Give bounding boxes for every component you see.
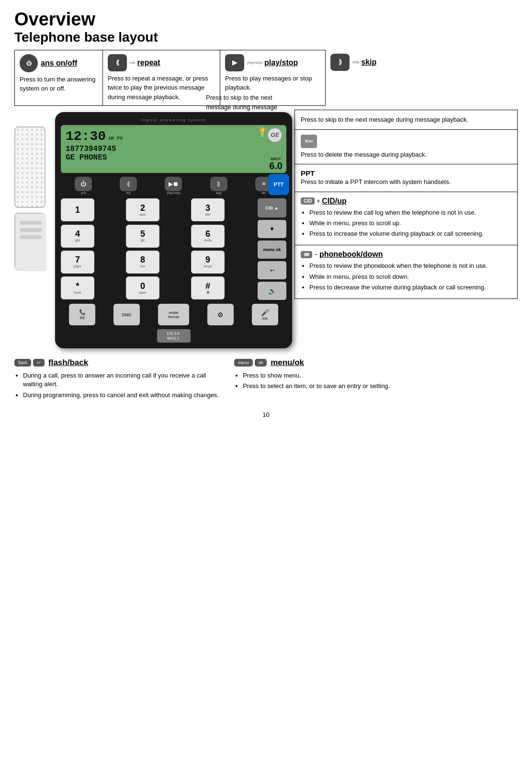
cid-bullet-2: While in menu, press to scroll up. <box>309 219 511 228</box>
skip-btn-icon[interactable]: ⟫ <box>210 177 227 191</box>
cid-bullet-3: Press to increase the volume during play… <box>309 229 511 238</box>
redial-format-button[interactable]: redial format <box>158 304 189 325</box>
screen-ampm: AM PM <box>108 136 123 141</box>
flash-badge: flash <box>14 359 31 367</box>
playstop-icon: ▶ <box>225 54 244 71</box>
skip-button[interactable]: ⟫ skip <box>210 177 227 195</box>
page-subtitle: Telephone base layout <box>14 30 518 45</box>
key-2[interactable]: 2abc <box>126 198 159 221</box>
rep-button[interactable]: ⟪ rep <box>120 177 137 195</box>
dnd-button[interactable]: DND <box>113 304 140 325</box>
int-button[interactable]: 📞 int <box>69 304 95 325</box>
screen-name: GE PHONES <box>66 153 282 162</box>
key-3[interactable]: 3def <box>191 198 225 221</box>
skip-header: ⟫ skip skip <box>330 54 513 71</box>
skip-btn-label: skip <box>215 191 221 195</box>
rep-btn-label: rep <box>126 191 131 195</box>
cid-info-box: CID + CID/up Press to review the call lo… <box>294 192 518 246</box>
main-content: Press to skip to the next message during… <box>14 110 518 348</box>
ans-button[interactable]: ⏻ ans <box>75 177 92 195</box>
ppt-info-box: PPT Press to initiate a PPT intercom wit… <box>294 164 518 192</box>
del-badge: ✕del <box>301 135 317 148</box>
speaker-grille-bottom <box>14 213 45 270</box>
phone-diagram-area: digital answering system GE 📶🔋 12:30 AM … <box>14 112 292 348</box>
screen-header-text: digital answering system <box>61 118 286 122</box>
svg-rect-5 <box>20 235 42 239</box>
key-5[interactable]: 5jkl <box>126 225 159 248</box>
back-badge: ↩ <box>33 359 45 367</box>
vol-down-button[interactable]: ▼ <box>258 220 286 238</box>
playstop-icon-label: play/stop <box>247 60 262 65</box>
flash-back-title: flash/back <box>48 358 88 367</box>
keypad-and-controls: 1 2abc 3def 4ghi 5jkl 6mno 7pqrs 8tuv 9w… <box>61 198 286 300</box>
ppt-title: PPT <box>301 169 511 177</box>
screen-number: 18773949745 <box>66 145 282 153</box>
pb-title-row: 📖 − phonebook/down <box>301 250 511 259</box>
cid-up-button[interactable]: CID ▲ <box>258 198 286 218</box>
cid-bullets: Press to review the call log when the te… <box>301 208 511 239</box>
speaker-grille-svg <box>15 127 45 208</box>
menu-badge: menu <box>234 359 253 367</box>
key-4[interactable]: 4ghi <box>61 225 94 248</box>
page-container: Overview Telephone base layout ⏻ ans on/… <box>0 0 532 428</box>
playstop-btn-icon[interactable]: ▶⏹ <box>165 177 182 191</box>
ok-badge: ok <box>255 359 267 367</box>
pb-minus: − <box>314 251 317 258</box>
repeat-icon: ⟪ <box>108 54 127 71</box>
del-icon-row: ✕del <box>301 135 511 148</box>
skip-icon: ⟫ <box>330 54 350 71</box>
playstop-btn-label: play/stop <box>167 191 180 195</box>
page-number: 10 <box>14 411 518 418</box>
phone-top-buttons-row[interactable]: ⏻ ans ⟪ rep ▶⏹ play/stop ⟫ <box>61 177 286 195</box>
ptt-button[interactable]: PTT <box>268 174 289 195</box>
dect-badge: DECT 6.0 <box>269 157 283 171</box>
svg-rect-1 <box>15 127 45 208</box>
side-panels <box>14 126 48 348</box>
flash-back-title-row: flash ↩ flash/back <box>14 358 225 367</box>
pb-badge: 📖 <box>301 251 312 258</box>
key-0[interactable]: 0oper <box>126 276 159 299</box>
key-7[interactable]: 7pqrs <box>61 251 94 274</box>
key-pound[interactable]: #✱ <box>191 276 225 299</box>
cid-badge: CID <box>301 197 315 205</box>
key-star[interactable]: *tone <box>61 276 94 299</box>
repeat-body: Press to repeat a message, or press twic… <box>108 74 215 102</box>
ans-btn-icon[interactable]: ⏻ <box>75 177 92 191</box>
function-button[interactable]: ⚙ <box>207 304 234 325</box>
pb-title: phonebook/down <box>319 250 383 259</box>
dect-value: 6.0 <box>269 161 283 171</box>
pb-bullet-3: Press to decrease the volume during play… <box>309 283 511 292</box>
playstop-header: ▶ play/stop play/stop <box>225 54 320 71</box>
menu-ok-section: menu ok menu/ok Press to show menu. Pres… <box>225 358 518 401</box>
key-1[interactable]: 1 <box>61 198 94 221</box>
repeat-title: repeat <box>137 58 160 67</box>
skip-label-box: ⟫ skip skip <box>326 50 518 106</box>
cid-plus: + <box>317 198 320 205</box>
playstop-button[interactable]: ▶⏹ play/stop <box>165 177 182 195</box>
screen-time: 12:30 AM PM <box>66 129 282 144</box>
menu-ok-button[interactable]: menu ok <box>258 241 286 259</box>
rep-btn-icon[interactable]: ⟪ <box>120 177 137 191</box>
menu-bullet-2: Press to select an item, or to save an e… <box>243 382 518 390</box>
del-body: Press to delete the message during playb… <box>301 150 511 160</box>
cid-bullet-1: Press to review the call log when the te… <box>309 208 511 217</box>
key-9[interactable]: 9wxyz <box>191 251 225 274</box>
svg-rect-4 <box>20 228 42 232</box>
flash-back-section: flash ↩ flash/back During a call, press … <box>14 358 225 401</box>
skip-info-box: Press to skip to the next message during… <box>294 110 518 130</box>
pb-bullet-1: Press to review the phonebook when the t… <box>309 262 511 270</box>
playstop-body: Press to play messages or stop playback. <box>225 74 320 92</box>
key-6[interactable]: 6mno <box>191 225 225 248</box>
skip-title: skip <box>361 58 376 67</box>
speaker-button[interactable]: 🔊 <box>258 282 286 300</box>
flash-back-button[interactable]: ↩ <box>258 261 286 279</box>
key-8[interactable]: 8tuv <box>126 251 159 274</box>
cid-title-row: CID + CID/up <box>301 197 511 206</box>
right-controls-col: CID ▲ ▼ menu ok ↩ 🔊 <box>258 198 286 300</box>
bottom-section: flash ↩ flash/back During a call, press … <box>14 358 518 401</box>
mic-button[interactable]: 🎤 mic <box>252 304 278 325</box>
menu-ok-bullets: Press to show menu. Press to select an i… <box>234 371 518 390</box>
speaker-grille-top <box>14 126 45 208</box>
repeat-header: ⟪ rep repeat <box>108 54 215 71</box>
pb-bullet-2: While in menu, press to scroll down. <box>309 273 511 281</box>
